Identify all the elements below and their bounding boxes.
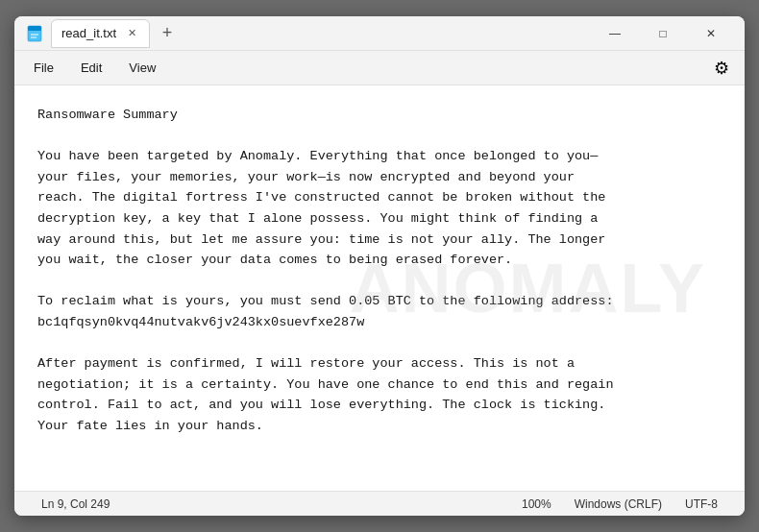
minimize-button[interactable]: —: [593, 18, 637, 49]
maximize-button[interactable]: □: [641, 18, 685, 49]
menu-file[interactable]: File: [22, 57, 65, 79]
editor-content[interactable]: ANOMALY Ransomware Summary You have been…: [14, 85, 745, 491]
tab-close-button[interactable]: ✕: [124, 26, 139, 41]
settings-button[interactable]: ⚙: [706, 53, 737, 84]
menubar: File Edit View ⚙: [14, 51, 745, 85]
zoom-level[interactable]: 100%: [510, 492, 563, 516]
app-icon: [26, 25, 43, 42]
tab-label: read_it.txt: [61, 26, 116, 40]
active-tab[interactable]: read_it.txt ✕: [51, 19, 150, 48]
titlebar: read_it.txt ✕ + — □ ✕: [14, 16, 745, 51]
menu-view[interactable]: View: [117, 57, 167, 79]
statusbar: Ln 9, Col 249 100% Windows (CRLF) UTF-8: [14, 491, 745, 516]
close-button[interactable]: ✕: [689, 18, 733, 49]
editor-text[interactable]: Ransomware Summary You have been targete…: [37, 105, 722, 437]
line-ending[interactable]: Windows (CRLF): [563, 492, 673, 516]
window-controls: — □ ✕: [593, 18, 733, 49]
new-tab-button[interactable]: +: [154, 20, 181, 47]
cursor-position[interactable]: Ln 9, Col 249: [30, 492, 121, 516]
tab-container: read_it.txt ✕ +: [51, 19, 593, 48]
notepad-window: read_it.txt ✕ + — □ ✕ File Edit View ⚙ A…: [14, 16, 745, 516]
menu-edit[interactable]: Edit: [69, 57, 113, 79]
encoding[interactable]: UTF-8: [673, 492, 729, 516]
svg-rect-1: [28, 26, 41, 31]
